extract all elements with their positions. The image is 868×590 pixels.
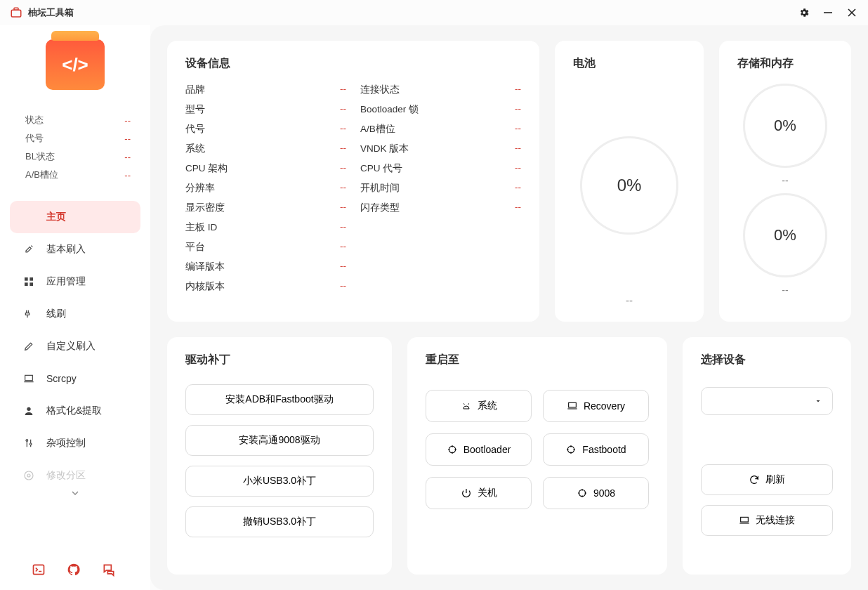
device-row: A/B槽位--: [360, 123, 521, 136]
edit-icon: [22, 341, 35, 352]
storage-ring-2: 0%: [743, 193, 827, 277]
storage-sub-1: --: [782, 175, 788, 186]
settings-icon[interactable]: [798, 6, 810, 19]
device-info-title: 设备信息: [185, 56, 521, 71]
nav-custom-flash[interactable]: 自定义刷入: [10, 330, 140, 362]
device-row: 开机时间--: [360, 182, 521, 195]
reboot-fastbootd[interactable]: Fastbootd: [543, 433, 649, 466]
svg-rect-15: [34, 565, 44, 574]
svg-point-17: [467, 407, 468, 407]
device-info-card: 设备信息 品牌--型号--代号--系统--CPU 架构--分辨率--显示密度--…: [167, 41, 539, 322]
chat-icon[interactable]: [101, 562, 117, 577]
wireless-button[interactable]: 无线连接: [701, 505, 833, 536]
bottom-icons: [0, 562, 150, 577]
storage-title: 存储和内存: [737, 56, 833, 71]
minimize-icon[interactable]: [822, 6, 834, 19]
battery-title: 电池: [573, 56, 685, 71]
select-device-title: 选择设备: [701, 353, 833, 367]
reboot-recovery[interactable]: Recovery: [543, 390, 649, 422]
expand-arrow-icon[interactable]: [0, 487, 150, 499]
reboot-shutdown[interactable]: 关机: [426, 477, 532, 509]
app-icon: [10, 6, 22, 19]
device-row: 连接状态--: [360, 84, 521, 96]
reboot-card: 重启至 系统 Recovery Bootloader: [407, 337, 667, 575]
device-row: 编译版本--: [185, 261, 346, 273]
nav-wire-flash[interactable]: 线刷: [10, 298, 140, 330]
battery-card: 电池 0% --: [555, 41, 704, 322]
nav-app-manage[interactable]: 应用管理: [10, 266, 140, 298]
status-row: A/B槽位--: [25, 166, 131, 184]
terminal-icon[interactable]: [31, 562, 46, 577]
storage-ring-1: 0%: [743, 84, 827, 168]
nav-label: 线刷: [46, 308, 66, 320]
nav-home[interactable]: 主页: [10, 201, 140, 233]
device-row: 品牌--: [185, 84, 346, 96]
device-row: Bootloader 锁--: [360, 103, 521, 116]
nav-format-extract[interactable]: 格式化&提取: [10, 395, 140, 427]
nav-label: 自定义刷入: [46, 340, 96, 353]
apps-icon: [22, 276, 35, 287]
device-row: 内核版本--: [185, 280, 346, 293]
reboot-bootloader[interactable]: Bootloader: [426, 433, 532, 466]
refresh-button[interactable]: 刷新: [701, 464, 833, 495]
storage-sub-2: --: [782, 284, 788, 296]
driver-btn-usb3[interactable]: 小米USB3.0补丁: [185, 466, 374, 497]
svg-rect-8: [29, 282, 33, 286]
battery-ring: 0%: [580, 136, 678, 235]
github-icon[interactable]: [66, 562, 81, 577]
svg-rect-22: [741, 517, 749, 522]
device-col-right: 连接状态--Bootloader 锁--A/B槽位--VNDK 版本--CPU …: [360, 84, 521, 293]
laptop-icon: [739, 515, 750, 526]
disk-icon: [22, 470, 35, 481]
device-col-left: 品牌--型号--代号--系统--CPU 架构--分辨率--显示密度--主板 ID…: [185, 84, 346, 293]
title-left: 柚坛工具箱: [10, 6, 74, 19]
power-icon: [461, 487, 472, 499]
reboot-title: 重启至: [426, 353, 649, 367]
driver-btn-adb[interactable]: 安装ADB和Fastboot驱动: [185, 384, 374, 415]
battery-body: 0%: [573, 84, 685, 287]
driver-title: 驱动补丁: [185, 353, 374, 367]
device-row: 代号--: [185, 123, 346, 136]
device-row: 主板 ID--: [185, 221, 346, 234]
reboot-9008[interactable]: 9008: [543, 477, 649, 509]
svg-point-10: [27, 407, 30, 411]
toolbox-logo: </>: [46, 39, 105, 90]
nav-scrcpy[interactable]: Scrcpy: [10, 362, 140, 395]
svg-rect-5: [25, 277, 28, 281]
svg-point-11: [26, 440, 28, 442]
svg-rect-6: [29, 277, 33, 281]
device-row: 系统--: [185, 143, 346, 155]
laptop-icon: [567, 400, 578, 412]
target-icon: [577, 487, 588, 499]
nav-misc-control[interactable]: 杂项控制: [10, 427, 140, 459]
person-icon: [22, 405, 35, 417]
svg-point-14: [27, 474, 30, 477]
device-dropdown[interactable]: [701, 387, 833, 415]
close-icon[interactable]: [846, 6, 858, 19]
nav-label: Scrcpy: [46, 373, 77, 384]
svg-point-16: [464, 407, 465, 407]
storage-body: 0% -- 0% --: [737, 84, 833, 306]
device-row: 闪存类型--: [360, 202, 521, 214]
title-bar: 柚坛工具箱: [0, 0, 868, 25]
cable-icon: [22, 308, 35, 320]
row-bottom: 驱动补丁 安装ADB和Fastboot驱动 安装高通9008驱动 小米USB3.…: [167, 337, 851, 575]
logo-wrap: </>: [0, 39, 150, 90]
reboot-system[interactable]: 系统: [426, 390, 532, 422]
svg-rect-7: [25, 282, 28, 286]
status-block: 状态-- 代号-- BL状态-- A/B槽位--: [0, 111, 150, 184]
nav-label: 主页: [46, 211, 66, 223]
sidebar: </> 状态-- 代号-- BL状态-- A/B槽位-- 主页 基本刷入 应用管…: [0, 25, 150, 590]
nav-label: 杂项控制: [46, 437, 86, 450]
nav-basic-flash[interactable]: 基本刷入: [10, 233, 140, 266]
content: 设备信息 品牌--型号--代号--系统--CPU 架构--分辨率--显示密度--…: [150, 25, 868, 590]
nav-label: 修改分区: [46, 469, 86, 482]
driver-btn-9008[interactable]: 安装高通9008驱动: [185, 425, 374, 456]
svg-point-21: [579, 490, 585, 496]
driver-card: 驱动补丁 安装ADB和Fastboot驱动 安装高通9008驱动 小米USB3.…: [167, 337, 392, 575]
chevron-down-icon: [814, 397, 822, 405]
storage-card: 存储和内存 0% -- 0% --: [719, 41, 851, 322]
app-title: 柚坛工具箱: [28, 6, 74, 19]
select-device-card: 选择设备 刷新 无线连接: [683, 337, 851, 575]
driver-btn-usb3-revoke[interactable]: 撤销USB3.0补丁: [185, 506, 374, 537]
